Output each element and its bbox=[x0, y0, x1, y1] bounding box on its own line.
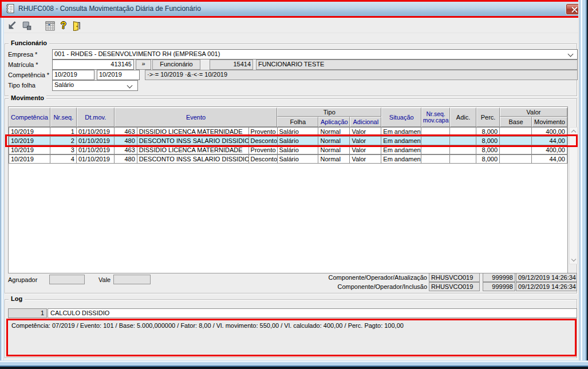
col-header-folha[interactable]: Folha bbox=[277, 117, 318, 127]
col-header-perc[interactable]: Perc. bbox=[476, 108, 500, 127]
table-row[interactable]: 10/2019401/10/2019480DESCONTO INSS SALAR… bbox=[9, 154, 567, 164]
cell-perc[interactable]: 8,000 bbox=[476, 127, 500, 136]
cell-adic[interactable] bbox=[450, 145, 476, 154]
tipo-folha-combobox[interactable]: Salário bbox=[52, 80, 138, 91]
cascade-windows-icon bbox=[22, 21, 32, 31]
cell-adicional[interactable]: Valor bbox=[350, 136, 381, 145]
matricula-input[interactable]: 413145 bbox=[52, 59, 134, 70]
cell-competencia[interactable]: 10/2019 bbox=[9, 136, 50, 145]
cell-tipo[interactable]: Provento bbox=[249, 127, 278, 136]
table-row[interactable]: 10/2019101/10/2019463DISSIDIO LICENCA MA… bbox=[9, 127, 567, 136]
cell-dtmov[interactable]: 01/10/2019 bbox=[77, 154, 115, 164]
funcionario-caption-box: Funcionário bbox=[152, 59, 200, 70]
grid-scrollbar[interactable] bbox=[569, 127, 578, 264]
empresa-combobox[interactable]: 001 - RHDES - DESENVOLVIMENTO RH (EMPRES… bbox=[52, 49, 578, 59]
table-row[interactable]: 10/2019201/10/2019480DESCONTO INSS SALAR… bbox=[9, 136, 567, 145]
cell-evento_cod[interactable]: 463 bbox=[115, 127, 137, 136]
cell-movimento[interactable]: 400,00 bbox=[532, 127, 567, 136]
col-header-movimento[interactable]: Movimento bbox=[532, 117, 567, 127]
expand-matricula-button[interactable]: » bbox=[136, 59, 151, 70]
cell-competencia[interactable]: 10/2019 bbox=[9, 127, 50, 136]
cell-tipo[interactable]: Desconto bbox=[249, 136, 278, 145]
cell-adicional[interactable]: Valor bbox=[350, 145, 381, 154]
cell-perc[interactable]: 8,000 bbox=[476, 154, 500, 164]
cell-base[interactable] bbox=[500, 136, 532, 145]
cell-movimento[interactable]: 44,00 bbox=[532, 136, 567, 145]
cell-tipo[interactable]: Desconto bbox=[249, 154, 278, 164]
cell-evento_nome[interactable]: DESCONTO INSS SALARIO DISSIDIO bbox=[137, 154, 249, 164]
cell-adicional[interactable]: Valor bbox=[350, 127, 381, 136]
scroll-up-icon[interactable] bbox=[571, 130, 576, 134]
competencia-to-input[interactable]: 10/2019 bbox=[97, 70, 140, 80]
cell-adic[interactable] bbox=[450, 127, 476, 136]
cell-situacao[interactable]: Em andamento bbox=[381, 145, 421, 154]
exit-button[interactable] bbox=[70, 19, 82, 32]
cell-movimento[interactable]: 44,00 bbox=[532, 154, 567, 164]
cell-movimento[interactable]: 400,00 bbox=[532, 145, 567, 154]
cell-perc[interactable]: 8,000 bbox=[476, 145, 500, 154]
col-header-valor[interactable]: Valor bbox=[500, 108, 567, 117]
cell-aplicacao[interactable]: Normal bbox=[318, 154, 350, 164]
cell-evento_cod[interactable]: 480 bbox=[115, 154, 137, 164]
col-header-competencia[interactable]: Competência bbox=[9, 108, 50, 127]
col-header-base[interactable]: Base bbox=[500, 117, 532, 127]
col-header-nrseq[interactable]: Nr.seq. bbox=[50, 108, 77, 127]
cell-nrseq_capa[interactable] bbox=[421, 127, 450, 136]
log-entry-number[interactable]: 1 bbox=[8, 308, 47, 318]
col-header-aplicacao[interactable]: Aplicação bbox=[318, 117, 350, 127]
cell-aplicacao[interactable]: Normal bbox=[318, 127, 350, 136]
cascade-button[interactable] bbox=[21, 19, 33, 32]
cell-adic[interactable] bbox=[450, 136, 476, 145]
competencia-from-input[interactable]: 10/2019 bbox=[52, 70, 94, 80]
scroll-down-icon[interactable] bbox=[571, 257, 576, 261]
log-entry-title[interactable]: CALCULO DISSIDIO bbox=[48, 308, 577, 318]
cell-aplicacao[interactable]: Normal bbox=[318, 145, 350, 154]
navigate-button[interactable] bbox=[6, 19, 18, 32]
col-header-adicional[interactable]: Adicional bbox=[350, 117, 381, 127]
cell-adicional[interactable]: Valor bbox=[350, 154, 381, 164]
cell-nrseq[interactable]: 1 bbox=[50, 127, 77, 136]
cell-nrseq_capa[interactable] bbox=[421, 145, 450, 154]
cell-nrseq_capa[interactable] bbox=[421, 136, 450, 145]
cell-evento_nome[interactable]: DESCONTO INSS SALARIO DISSIDIO bbox=[137, 136, 249, 145]
cell-evento_cod[interactable]: 480 bbox=[115, 136, 137, 145]
cell-dtmov[interactable]: 01/10/2019 bbox=[77, 136, 115, 145]
cell-nrseq[interactable]: 3 bbox=[50, 145, 77, 154]
col-header-dtmov[interactable]: Dt.mov. bbox=[77, 108, 115, 127]
cell-dtmov[interactable]: 01/10/2019 bbox=[77, 127, 115, 136]
cell-folha[interactable]: Salário bbox=[278, 127, 319, 136]
cell-competencia[interactable]: 10/2019 bbox=[9, 154, 50, 164]
cell-evento_cod[interactable]: 463 bbox=[115, 145, 137, 154]
cell-nrseq_capa[interactable] bbox=[421, 154, 450, 164]
cell-tipo[interactable]: Provento bbox=[249, 145, 278, 154]
cell-folha[interactable]: Salário bbox=[278, 154, 319, 164]
cell-aplicacao[interactable]: Normal bbox=[318, 136, 350, 145]
col-header-tipo[interactable]: Tipo bbox=[277, 108, 381, 117]
grid-button[interactable] bbox=[44, 19, 56, 32]
cell-folha[interactable]: Salário bbox=[278, 136, 319, 145]
table-row[interactable]: 10/2019301/10/2019463DISSIDIO LICENCA MA… bbox=[9, 145, 567, 154]
cell-situacao[interactable]: Em andamento bbox=[381, 136, 421, 145]
cell-situacao[interactable]: Em andamento bbox=[381, 127, 421, 136]
grid-header: Competência Nr.seq. Dt.mov. Evento Tipo … bbox=[9, 108, 567, 127]
cell-evento_nome[interactable]: DISSIDIO LICENCA MATERNIDADE bbox=[137, 145, 249, 154]
cell-nrseq[interactable]: 4 bbox=[50, 154, 77, 164]
col-header-situacao[interactable]: Situação bbox=[381, 108, 421, 127]
cell-perc[interactable]: 8,000 bbox=[476, 136, 500, 145]
cell-competencia[interactable]: 10/2019 bbox=[9, 145, 50, 154]
cell-dtmov[interactable]: 01/10/2019 bbox=[77, 145, 115, 154]
cell-folha[interactable]: Salário bbox=[278, 145, 319, 154]
cell-nrseq[interactable]: 2 bbox=[50, 136, 77, 145]
cell-base[interactable] bbox=[500, 127, 532, 136]
cell-situacao[interactable]: Em andamento bbox=[381, 154, 421, 164]
col-header-adic[interactable]: Adic. bbox=[450, 108, 476, 127]
cell-base[interactable] bbox=[500, 145, 532, 154]
cell-adic[interactable] bbox=[450, 154, 476, 164]
col-header-evento[interactable]: Evento bbox=[115, 108, 278, 127]
col-group-valor: Valor Base Movimento bbox=[500, 108, 567, 127]
cell-evento_nome[interactable]: DISSIDIO LICENCA MATERNIDADE bbox=[137, 127, 249, 136]
help-button[interactable]: ? bbox=[57, 19, 70, 32]
funcionario-code-box: 15414 bbox=[210, 59, 253, 70]
col-header-nrseq-capa[interactable]: Nr.seq. mov.capa bbox=[421, 108, 450, 127]
cell-base[interactable] bbox=[500, 154, 532, 164]
